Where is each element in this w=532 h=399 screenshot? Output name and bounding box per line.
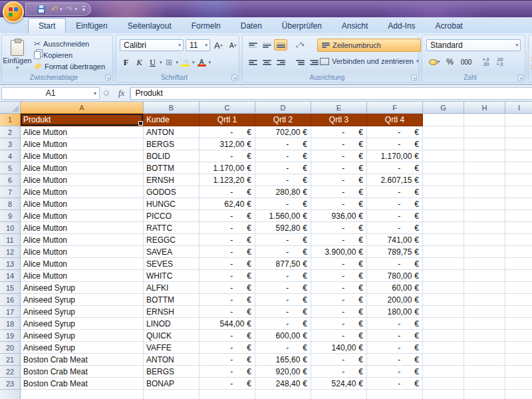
cell-empty[interactable] (311, 390, 367, 399)
tab-daten[interactable]: Daten (231, 19, 272, 33)
name-box[interactable]: A1 ▾ (1, 87, 100, 100)
cell-empty[interactable] (505, 174, 532, 186)
cell-amount[interactable]: -€ (311, 162, 367, 174)
cell-amount[interactable]: -€ (200, 378, 255, 390)
cell-empty[interactable] (464, 174, 505, 186)
row-header[interactable]: 22 (0, 366, 21, 378)
align-center-button[interactable] (260, 57, 273, 68)
tab-ueberpruefen[interactable]: Überprüfen (272, 19, 332, 33)
undo-button[interactable]: ↶ (49, 4, 61, 15)
cell-product[interactable]: Boston Crab Meat (21, 366, 144, 378)
cell-empty[interactable] (464, 270, 505, 282)
cell-product[interactable]: Alice Mutton (21, 150, 144, 162)
cell-customer[interactable]: ERNSH (144, 174, 200, 186)
decrease-indent-button[interactable] (293, 57, 307, 68)
cell-empty[interactable] (464, 258, 505, 270)
cell-amount[interactable]: 1.170,00€ (200, 162, 255, 174)
cell-amount[interactable]: -€ (255, 318, 311, 330)
cell-customer[interactable]: SEVES (144, 258, 200, 270)
cell-amount[interactable]: -€ (367, 318, 423, 330)
cell-h1[interactable] (464, 114, 505, 126)
cell-a1-selected[interactable]: Produkt (21, 114, 144, 126)
cell-empty[interactable] (423, 354, 464, 366)
alignment-dialog-launcher[interactable]: ↘ (411, 74, 417, 80)
cell-empty[interactable] (464, 342, 505, 354)
cell-amount[interactable]: 544,00€ (200, 318, 255, 330)
cell-empty[interactable] (423, 174, 464, 186)
formula-bar-input[interactable]: Produkt (130, 87, 532, 100)
cell-empty[interactable] (505, 162, 532, 174)
cell-product[interactable]: Alice Mutton (21, 222, 144, 234)
cell-empty[interactable] (144, 390, 200, 399)
cell-amount[interactable]: -€ (367, 258, 423, 270)
cell-customer[interactable]: SAVEA (144, 246, 200, 258)
cell-empty[interactable] (464, 234, 505, 246)
row-header[interactable]: 15 (0, 282, 21, 294)
cell-empty[interactable] (423, 390, 464, 399)
row-header-1[interactable]: 1 (0, 114, 21, 126)
cell-empty[interactable] (505, 246, 532, 258)
cell-amount[interactable]: -€ (311, 354, 367, 366)
cell-amount[interactable]: 592,80€ (255, 222, 311, 234)
cell-empty[interactable] (423, 150, 464, 162)
cell-product[interactable]: Alice Mutton (21, 162, 144, 174)
column-header-d[interactable]: D (255, 102, 311, 114)
cell-empty[interactable] (423, 246, 464, 258)
cell-empty[interactable] (505, 138, 532, 150)
cell-amount[interactable]: -€ (311, 366, 367, 378)
cell-customer[interactable]: GODOS (144, 186, 200, 198)
cell-amount[interactable]: -€ (311, 234, 367, 246)
cell-empty[interactable] (464, 198, 505, 210)
align-middle-button[interactable] (260, 39, 273, 51)
name-box-dropdown-icon[interactable]: ▾ (94, 90, 96, 96)
customize-qat-button[interactable]: ▾ (82, 6, 85, 13)
row-header[interactable]: 8 (0, 198, 21, 210)
cell-amount[interactable]: -€ (367, 222, 423, 234)
cell-empty[interactable] (464, 330, 505, 342)
cut-button[interactable]: ✂ Ausschneiden (33, 38, 106, 49)
cell-empty[interactable] (423, 366, 464, 378)
cell-customer[interactable]: VAFFE (144, 342, 200, 354)
cell-amount[interactable]: 936,00€ (311, 210, 367, 222)
cell-i1[interactable] (505, 114, 532, 126)
cell-amount[interactable]: -€ (200, 222, 255, 234)
tab-formeln[interactable]: Formeln (182, 19, 231, 33)
cell-empty[interactable] (505, 378, 532, 390)
cell-empty[interactable] (505, 354, 532, 366)
cell-amount[interactable]: 62,40€ (200, 198, 255, 210)
cell-amount[interactable]: -€ (200, 342, 255, 354)
cell-amount[interactable]: 702,00€ (255, 126, 311, 138)
cell-amount[interactable]: 200,00€ (367, 294, 423, 306)
cell-amount[interactable]: -€ (255, 270, 311, 282)
cell-empty[interactable] (505, 282, 532, 294)
cell-product[interactable]: Alice Mutton (21, 234, 144, 246)
cell-empty[interactable] (367, 390, 423, 399)
cell-empty[interactable] (255, 390, 311, 399)
cell-empty[interactable] (505, 270, 532, 282)
column-header-i[interactable]: I (505, 102, 532, 114)
underline-button[interactable]: U (146, 57, 159, 68)
cell-amount[interactable]: -€ (255, 162, 311, 174)
cell-product[interactable]: Alice Mutton (21, 198, 144, 210)
cell-amount[interactable]: -€ (200, 186, 255, 198)
row-header[interactable]: 10 (0, 222, 21, 234)
cell-empty[interactable] (505, 198, 532, 210)
cell-empty[interactable] (423, 186, 464, 198)
cell-empty[interactable] (464, 318, 505, 330)
cell-amount[interactable]: -€ (200, 258, 255, 270)
cell-product[interactable]: Aniseed Syrup (21, 306, 144, 318)
tab-acrobat[interactable]: Acrobat (426, 19, 473, 33)
font-dialog-launcher[interactable]: ↘ (231, 74, 237, 80)
cell-amount[interactable]: -€ (200, 282, 255, 294)
cell-product[interactable]: Alice Mutton (21, 126, 144, 138)
insert-function-button[interactable]: fx (113, 88, 130, 98)
column-header-h[interactable]: H (464, 102, 505, 114)
cell-amount[interactable]: -€ (367, 198, 423, 210)
italic-button[interactable]: K (133, 57, 146, 68)
column-header-f[interactable]: F (367, 102, 423, 114)
cell-empty[interactable] (21, 390, 144, 399)
cell-amount[interactable]: -€ (311, 186, 367, 198)
increase-decimal-button[interactable]: +,0,00 (479, 56, 492, 68)
cell-amount[interactable]: 524,40€ (311, 378, 367, 390)
cell-b1[interactable]: Kunde (144, 114, 200, 126)
